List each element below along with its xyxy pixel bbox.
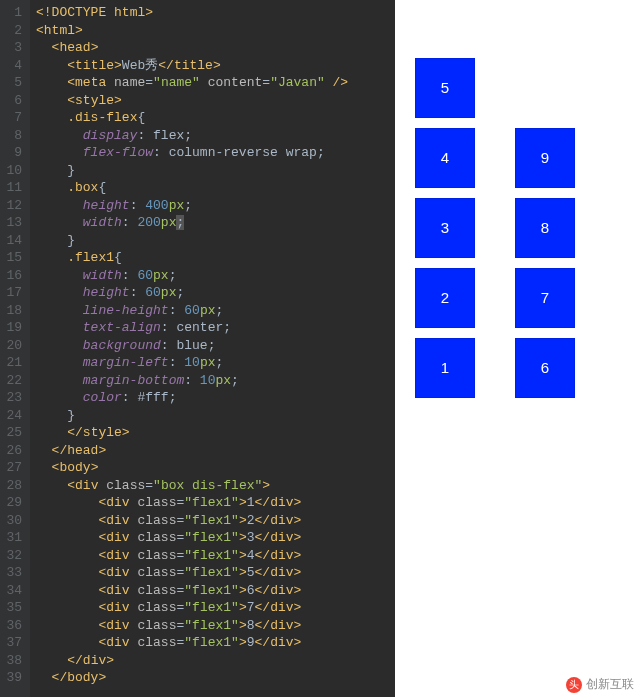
flex-item: 1	[415, 338, 475, 398]
flex-item: 9	[515, 128, 575, 188]
watermark: 头 创新互联	[566, 676, 634, 693]
flex-item: 4	[415, 128, 475, 188]
flex-item: 7	[515, 268, 575, 328]
flex-item: 2	[415, 268, 475, 328]
flex-item: 5	[415, 58, 475, 118]
line-number-gutter: 1 2 3 4 5 6 7 8 9 10 11 12 13 14 15 16 1…	[0, 0, 30, 697]
flex-item: 8	[515, 198, 575, 258]
flex-item: 3	[415, 198, 475, 258]
watermark-text: 创新互联	[586, 676, 634, 693]
code-area[interactable]: <!DOCTYPE html><html> <head> <title>Web秀…	[30, 0, 354, 697]
preview-pane: 123456789 头 创新互联	[395, 0, 640, 697]
flex-container: 123456789	[405, 8, 605, 408]
watermark-icon: 头	[566, 677, 582, 693]
flex-item: 6	[515, 338, 575, 398]
code-editor[interactable]: 1 2 3 4 5 6 7 8 9 10 11 12 13 14 15 16 1…	[0, 0, 395, 697]
